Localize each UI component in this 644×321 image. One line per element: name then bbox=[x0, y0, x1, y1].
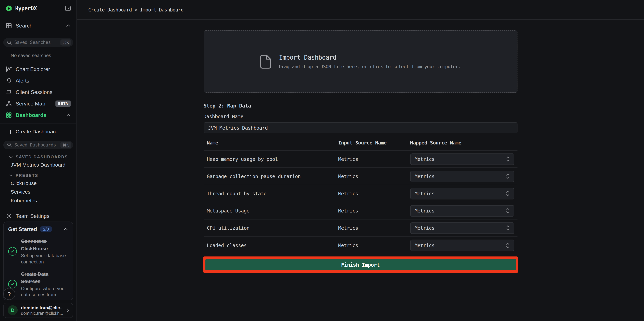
table-row: Heap memory usage by pool Metrics Metric… bbox=[204, 151, 517, 168]
saved-dashboards-placeholder: Saved Dashboards bbox=[14, 142, 58, 148]
sidebar-item-label: Service Map bbox=[16, 100, 45, 106]
chart-name: Garbage collection pause duration bbox=[207, 173, 338, 179]
chevron-up-icon bbox=[66, 24, 70, 27]
select-chevrons-icon bbox=[506, 173, 510, 179]
select-chevrons-icon bbox=[506, 242, 510, 248]
sidebar-item-label: Alerts bbox=[16, 77, 29, 83]
input-source: Metrics bbox=[338, 225, 410, 231]
finish-import-highlight: Finish Import bbox=[203, 256, 518, 273]
beta-badge: BETA bbox=[56, 100, 70, 106]
get-started-step-sources[interactable]: Create Data Sources Configure where your… bbox=[8, 270, 68, 298]
create-dashboard-button[interactable]: Create Dashboard bbox=[0, 127, 76, 137]
dropzone-title: Import Dashboard bbox=[279, 54, 461, 61]
sidebar-collapse-button[interactable] bbox=[65, 5, 71, 11]
mapped-source-select[interactable]: Metrics bbox=[410, 170, 514, 182]
check-circle-icon bbox=[8, 280, 17, 288]
help-button[interactable]: ? bbox=[3, 288, 15, 300]
nav-section-search[interactable]: Search bbox=[0, 20, 76, 31]
breadcrumb[interactable]: Create Dashboard > Import Dashboard bbox=[88, 7, 184, 12]
dropzone-text: Import Dashboard Drag and drop a JSON fi… bbox=[279, 54, 461, 69]
sidebar-item-alerts[interactable]: Alerts bbox=[0, 75, 76, 86]
chevron-up-icon[interactable] bbox=[63, 228, 68, 231]
mapped-source-select[interactable]: Metrics bbox=[410, 240, 514, 251]
sidebar-item-label: Client Sessions bbox=[16, 89, 52, 95]
plus-icon bbox=[8, 129, 13, 134]
finish-import-button[interactable]: Finish Import bbox=[205, 259, 516, 270]
table-row: Metaspace Usage Metrics Metrics bbox=[204, 202, 517, 220]
avatar: D bbox=[8, 306, 18, 315]
column-header-name: Name bbox=[207, 140, 338, 146]
file-icon bbox=[260, 54, 271, 69]
laptop-icon bbox=[6, 89, 12, 95]
step-label: Step 2: Map Data bbox=[204, 103, 517, 109]
user-account-button[interactable]: D dominic.tran@clic... dominic.tran@clic… bbox=[3, 303, 73, 318]
selected-value: Metrics bbox=[414, 173, 506, 179]
search-section-icon bbox=[6, 23, 12, 29]
mapped-source-select[interactable]: Metrics bbox=[410, 153, 514, 165]
search-icon bbox=[7, 40, 12, 45]
chart-name: Metaspace Usage bbox=[207, 208, 338, 214]
mapped-source-select[interactable]: Metrics bbox=[410, 188, 514, 199]
selected-value: Metrics bbox=[414, 225, 506, 231]
sidebar: HyperDX Search Saved Searches ⌘K No save… bbox=[0, 0, 77, 321]
sidebar-item-team-settings[interactable]: Team Settings bbox=[0, 211, 76, 222]
sidebar-item-chart-explorer[interactable]: Chart Explorer bbox=[0, 63, 76, 75]
table-row: Loaded classes Metrics Metrics bbox=[204, 237, 517, 254]
no-saved-searches-text: No saved searches bbox=[11, 53, 76, 58]
group-label: SAVED DASHBOARDS bbox=[16, 155, 68, 159]
brand[interactable]: HyperDX bbox=[6, 5, 37, 12]
import-dropzone[interactable]: Import Dashboard Drag and drop a JSON fi… bbox=[204, 30, 517, 93]
mapping-table: Name Input Source Name Mapped Source Nam… bbox=[204, 140, 517, 254]
dashboard-link-jvm-metrics[interactable]: JVM Metrics Dashboard bbox=[0, 162, 76, 168]
select-chevrons-icon bbox=[506, 190, 510, 196]
sidebar-item-dashboards[interactable]: Dashboards bbox=[0, 109, 76, 121]
create-dashboard-label: Create Dashboard bbox=[16, 129, 58, 135]
sidebar-item-label: Chart Explorer bbox=[16, 66, 50, 72]
chart-name: Thread count by state bbox=[207, 191, 338, 196]
saved-searches-input[interactable]: Saved Searches ⌘K bbox=[3, 38, 73, 47]
step-text: Connect to ClickHouse Set up your databa… bbox=[21, 237, 68, 265]
app-root: HyperDX Search Saved Searches ⌘K No save… bbox=[0, 0, 644, 321]
saved-dashboards-input[interactable]: Saved Dashboards ⌘K bbox=[3, 141, 73, 149]
table-row: Garbage collection pause duration Metric… bbox=[204, 168, 517, 185]
step-title: Create Data Sources bbox=[21, 271, 48, 285]
divider bbox=[0, 33, 76, 34]
input-source: Metrics bbox=[338, 208, 410, 214]
get-started-header: Get Started 2/3 bbox=[8, 226, 68, 232]
shortcut-badge: ⌘K bbox=[60, 142, 71, 148]
group-presets[interactable]: PRESETS bbox=[0, 173, 76, 178]
select-chevrons-icon bbox=[506, 208, 510, 214]
chart-explorer-icon bbox=[6, 66, 12, 72]
column-header-mapped-source: Mapped Source Name bbox=[410, 140, 514, 146]
preset-link-kubernetes[interactable]: Kubernetes bbox=[0, 198, 76, 204]
user-name: dominic.tran@clic... bbox=[21, 305, 63, 310]
step-desc: Configure where your data comes from bbox=[21, 286, 68, 298]
user-text: dominic.tran@clic... dominic.tran@clickh… bbox=[21, 305, 63, 316]
group-saved-dashboards[interactable]: SAVED DASHBOARDS bbox=[0, 155, 76, 159]
chart-name: Heap memory usage by pool bbox=[207, 156, 338, 162]
table-header-row: Name Input Source Name Mapped Source Nam… bbox=[204, 140, 517, 151]
check-circle-icon bbox=[8, 247, 17, 256]
input-source: Metrics bbox=[338, 191, 410, 196]
sidebar-item-client-sessions[interactable]: Client Sessions bbox=[0, 86, 76, 98]
saved-searches-placeholder: Saved Searches bbox=[14, 40, 58, 45]
dashboard-name-input[interactable] bbox=[204, 122, 517, 133]
sidebar-header: HyperDX bbox=[0, 0, 76, 17]
select-chevrons-icon bbox=[506, 225, 510, 231]
column-header-input-source: Input Source Name bbox=[338, 140, 410, 146]
chevron-down-icon bbox=[9, 174, 13, 177]
brand-name: HyperDX bbox=[15, 5, 37, 11]
preset-link-services[interactable]: Services bbox=[0, 189, 76, 195]
preset-link-clickhouse[interactable]: ClickHouse bbox=[0, 181, 76, 186]
chevron-right-icon bbox=[66, 308, 70, 313]
bell-icon bbox=[6, 77, 12, 83]
search-section-label: Search bbox=[16, 23, 32, 29]
sidebar-item-service-map[interactable]: Service Map BETA bbox=[0, 98, 76, 109]
dropzone-subtitle: Drag and drop a JSON file here, or click… bbox=[279, 64, 461, 69]
mapped-source-select[interactable]: Metrics bbox=[410, 205, 514, 216]
mapped-source-select[interactable]: Metrics bbox=[410, 222, 514, 234]
hyperdx-logo-icon bbox=[6, 5, 12, 12]
get-started-step-connect[interactable]: Connect to ClickHouse Set up your databa… bbox=[8, 237, 68, 265]
input-source: Metrics bbox=[338, 243, 410, 248]
main-area: Create Dashboard > Import Dashboard Impo… bbox=[77, 0, 644, 321]
